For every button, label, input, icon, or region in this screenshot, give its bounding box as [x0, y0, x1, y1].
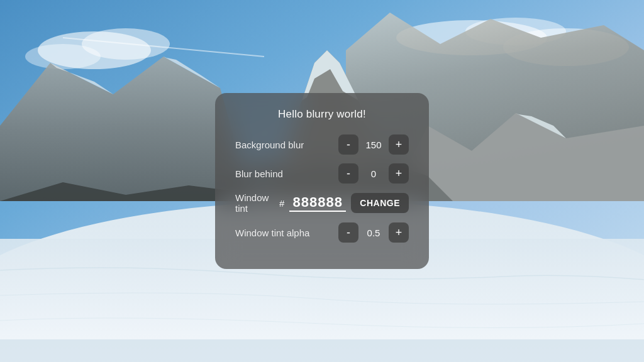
blur-behind-stepper: - 0 + — [338, 163, 409, 184]
change-button[interactable]: CHANGE — [351, 193, 409, 213]
window-tint-alpha-value: 0.5 — [362, 228, 385, 238]
blur-behind-plus[interactable]: + — [389, 163, 409, 184]
blur-behind-minus[interactable]: - — [338, 163, 358, 184]
background-blur-row: Background blur - 150 + — [235, 134, 409, 155]
svg-rect-20 — [0, 339, 644, 362]
window-tint-input-group: # CHANGE — [279, 193, 409, 213]
svg-point-3 — [25, 44, 101, 69]
background-blur-value: 150 — [362, 140, 385, 150]
panel-title: Hello blurry world! — [235, 108, 409, 121]
background-blur-stepper: - 150 + — [338, 134, 409, 155]
hash-symbol: # — [279, 198, 284, 209]
background-blur-label: Background blur — [235, 140, 338, 150]
window-tint-row: Window tint # CHANGE — [235, 192, 409, 214]
blur-behind-value: 0 — [362, 168, 385, 179]
panel-wrapper: Hello blurry world! Background blur - 15… — [215, 93, 429, 269]
window-tint-input[interactable] — [289, 194, 346, 212]
window-tint-alpha-minus[interactable]: - — [338, 222, 358, 243]
window-tint-alpha-label: Window tint alpha — [235, 228, 338, 238]
blur-behind-row: Blur behind - 0 + — [235, 163, 409, 184]
window-tint-alpha-stepper: - 0.5 + — [338, 222, 409, 243]
background-blur-plus[interactable]: + — [389, 134, 409, 155]
window-tint-alpha-plus[interactable]: + — [389, 222, 409, 243]
settings-panel: Hello blurry world! Background blur - 15… — [215, 93, 429, 269]
window-tint-alpha-row: Window tint alpha - 0.5 + — [235, 222, 409, 243]
background-blur-minus[interactable]: - — [338, 134, 358, 155]
blur-behind-label: Blur behind — [235, 168, 338, 179]
window-tint-label: Window tint — [235, 192, 279, 214]
